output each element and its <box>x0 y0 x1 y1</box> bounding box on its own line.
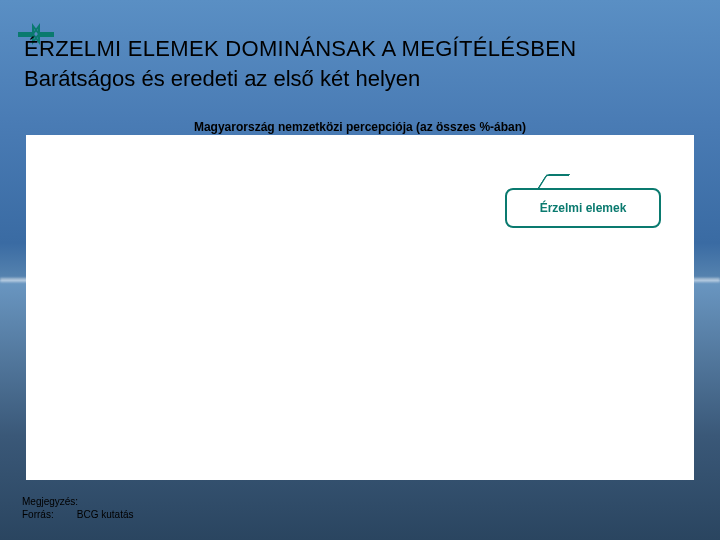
slide-title: ÉRZELMI ELEMEK DOMINÁNSAK A MEGÍTÉLÉSBEN <box>24 36 576 62</box>
slide: ÉRZELMI ELEMEK DOMINÁNSAK A MEGÍTÉLÉSBEN… <box>0 0 720 540</box>
chart-title: Magyarország nemzetközi percepciója (az … <box>0 120 720 134</box>
source-value: BCG kutatás <box>77 509 134 520</box>
source-label: Forrás: <box>22 508 74 521</box>
note-label: Megjegyzés: <box>22 495 74 508</box>
note-row: Megjegyzés: <box>22 495 133 508</box>
slide-subtitle: Barátságos és eredeti az első két helyen <box>24 66 420 92</box>
callout-text: Érzelmi elemek <box>540 201 627 215</box>
chart-area <box>26 135 694 480</box>
footer-notes: Megjegyzés: Forrás: BCG kutatás <box>22 495 133 521</box>
source-row: Forrás: BCG kutatás <box>22 508 133 521</box>
callout-bubble: Érzelmi elemek <box>505 188 661 228</box>
